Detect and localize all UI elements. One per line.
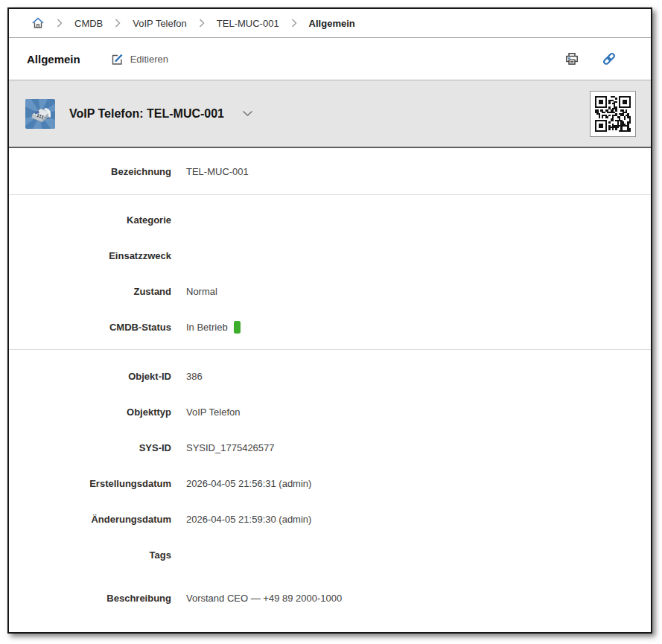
- print-button[interactable]: [563, 50, 581, 68]
- breadcrumb-item-tel-muc-001[interactable]: TEL-MUC-001: [217, 18, 279, 29]
- category-toolbar: Allgemein Editieren: [9, 38, 651, 80]
- field-value: 2026-04-05 21:59:30 (admin): [186, 514, 311, 525]
- qr-code: [590, 91, 636, 137]
- chevron-right-icon: [199, 19, 205, 28]
- field-row-zustand: Zustand Normal: [9, 273, 651, 309]
- qr-code-svg: [595, 96, 631, 132]
- field-row-aenderungsdatum: Änderungsdatum 2026-04-05 21:59:30 (admi…: [9, 501, 651, 537]
- category-content: Bezeichnung TEL-MUC-001 Kategorie Einsat…: [9, 148, 651, 631]
- toolbar-actions: [563, 50, 618, 68]
- edit-button-label: Editieren: [130, 54, 168, 65]
- breadcrumb-item-voip-telefon[interactable]: VoIP Telefon: [133, 18, 187, 29]
- page-title: Allgemein: [27, 53, 80, 66]
- section-general: Bezeichnung TEL-MUC-001: [9, 148, 651, 194]
- field-value: Normal: [186, 286, 217, 297]
- breadcrumb-item-cmdb[interactable]: CMDB: [74, 18, 103, 29]
- field-value: 2026-04-05 21:56:31 (admin): [186, 478, 311, 489]
- chevron-right-icon: [115, 19, 121, 28]
- field-label: Objekt-ID: [9, 371, 171, 382]
- field-value: In Betrieb: [186, 321, 241, 334]
- voip-phone-image: [25, 99, 55, 129]
- home-icon[interactable]: [31, 16, 45, 30]
- app-window: CMDB VoIP Telefon TEL-MUC-001 Allgemein …: [7, 7, 652, 634]
- field-row-cmdb-status: CMDB-Status In Betrieb: [9, 309, 651, 345]
- field-label: Objekttyp: [9, 407, 171, 418]
- edit-button[interactable]: Editieren: [109, 49, 170, 69]
- field-row-bezeichnung: Bezeichnung TEL-MUC-001: [9, 153, 651, 189]
- field-label: Tags: [9, 549, 171, 561]
- field-row-sys-id: SYS-ID SYSID_1775426577: [9, 430, 651, 465]
- field-row-beschreibung: Beschreibung Vorstand CEO — +49 89 2000-…: [9, 580, 651, 616]
- field-value: VoIP Telefon: [186, 407, 241, 418]
- section-classification: Kategorie Einsatzzweck Zustand Normal CM…: [9, 194, 651, 349]
- field-label: Kategorie: [9, 214, 171, 226]
- field-label: Änderungsdatum: [9, 514, 171, 525]
- field-label: Erstellungsdatum: [9, 478, 171, 489]
- object-header: VoIP Telefon: TEL-MUC-001: [9, 80, 651, 148]
- field-row-objekttyp: Objekttyp VoIP Telefon: [9, 394, 651, 430]
- field-row-einsatzzweck: Einsatzzweck: [9, 237, 651, 273]
- field-row-objekt-id: Objekt-ID 386: [9, 358, 651, 394]
- field-label: Beschreibung: [9, 593, 171, 604]
- link-chain-icon: [602, 51, 617, 66]
- field-value: SYSID_1775426577: [186, 442, 275, 453]
- chevron-down-icon[interactable]: [241, 109, 255, 118]
- field-row-tags: Tags: [9, 537, 651, 573]
- field-value: 386: [186, 371, 203, 382]
- cmdb-status-text: In Betrieb: [186, 322, 228, 333]
- field-row-kategorie: Kategorie: [9, 202, 651, 237]
- field-label: SYS-ID: [9, 442, 171, 453]
- edit-pencil-icon: [110, 52, 124, 66]
- breadcrumb-item-allgemein: Allgemein: [309, 18, 355, 29]
- field-label: Einsatzzweck: [9, 250, 171, 261]
- section-meta: Objekt-ID 386 Objekttyp VoIP Telefon SYS…: [9, 349, 651, 631]
- field-label: CMDB-Status: [9, 322, 171, 333]
- printer-icon: [564, 51, 579, 66]
- object-title: VoIP Telefon: TEL-MUC-001: [69, 107, 224, 121]
- field-label: Zustand: [9, 286, 171, 297]
- field-row-erstellungsdatum: Erstellungsdatum 2026-04-05 21:56:31 (ad…: [9, 465, 651, 501]
- breadcrumb: CMDB VoIP Telefon TEL-MUC-001 Allgemein: [9, 9, 651, 38]
- field-value: TEL-MUC-001: [186, 166, 249, 177]
- chevron-right-icon: [291, 19, 297, 28]
- status-green-badge: [234, 321, 241, 334]
- field-label: Bezeichnung: [9, 166, 171, 177]
- field-value: Vorstand CEO — +49 89 2000-1000: [186, 593, 342, 604]
- chevron-right-icon: [57, 19, 63, 28]
- permalink-button[interactable]: [600, 50, 618, 68]
